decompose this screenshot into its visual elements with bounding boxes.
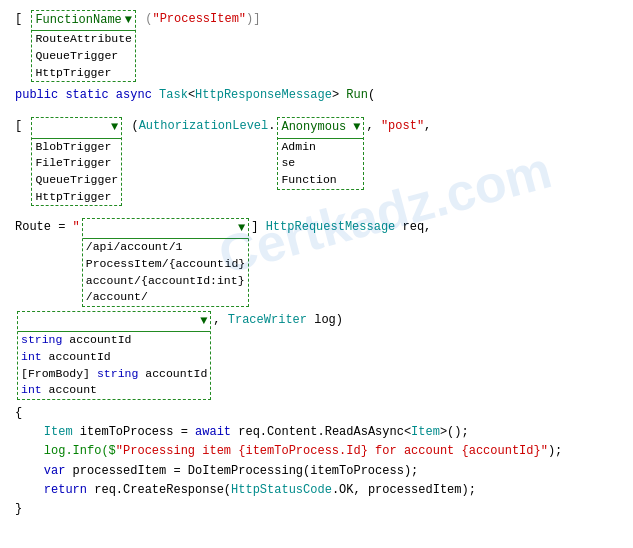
- body-line-3: var processedItem = DoItemProcessing(ite…: [15, 462, 618, 481]
- dd-accountid-item-4[interactable]: int account: [18, 382, 210, 399]
- section-1: [ FunctionName ▼ RouteAttribute QueueTri…: [15, 10, 618, 82]
- dd-accountid-item-2[interactable]: int accountId: [18, 349, 210, 366]
- dd-functionname-item-1[interactable]: RouteAttribute: [32, 31, 135, 48]
- dd-functionname[interactable]: FunctionName ▼ RouteAttribute QueueTrigg…: [31, 10, 136, 82]
- section-body: { Item itemToProcess = await req.Content…: [15, 404, 618, 519]
- dd-blobtrigger-item-1[interactable]: BlobTrigger: [32, 139, 121, 156]
- dd-accountid-arrow[interactable]: ▼: [200, 312, 207, 331]
- line-accountid-row: ▼ string accountId int accountId [FromBo…: [15, 311, 618, 400]
- line1-comment: ("ProcessItem")]: [138, 10, 260, 29]
- body-line-1: Item itemToProcess = await req.Content.R…: [15, 423, 618, 442]
- line-route-row: Route = " ▼ /api/account/1 ProcessItem/{…: [15, 218, 618, 307]
- dd-anonymous-header[interactable]: Anonymous ▼: [278, 118, 363, 138]
- dd-blobtrigger-item-2[interactable]: FileTrigger: [32, 155, 121, 172]
- line-1-row: [ FunctionName ▼ RouteAttribute QueueTri…: [15, 10, 618, 82]
- dd-blobtrigger-item-4[interactable]: HttpTrigger: [32, 189, 121, 206]
- body-line-2: log.Info($"Processing item {itemToProces…: [15, 442, 618, 461]
- tracewriter-text: , TraceWriter log): [213, 311, 343, 330]
- dd-functionname-arrow[interactable]: ▼: [125, 11, 132, 30]
- spacer-1: [15, 109, 618, 117]
- kw-static: static: [65, 86, 115, 105]
- generic-task: <HttpResponseMessage> Run(: [188, 86, 375, 105]
- bracket-open-3: [: [15, 117, 29, 136]
- post-text: , "post",: [366, 117, 431, 136]
- type-task: Task: [159, 86, 188, 105]
- dd-anonymous-item-1[interactable]: Admin: [278, 139, 363, 156]
- dd-blobtrigger[interactable]: ▼ BlobTrigger FileTrigger QueueTrigger H…: [31, 117, 122, 206]
- dd-blobtrigger-header[interactable]: ▼: [32, 118, 121, 138]
- section-2: public static async Task <HttpResponseMe…: [15, 86, 618, 105]
- body-brace-close: }: [15, 500, 618, 519]
- dd-route-item-2[interactable]: ProcessItem/{account id}: [83, 256, 248, 273]
- dd-anonymous-item-2[interactable]: se: [278, 155, 363, 172]
- section-5: ▼ string accountId int accountId [FromBo…: [15, 311, 618, 400]
- dd-anonymous[interactable]: Anonymous ▼ Admin se Function: [277, 117, 364, 189]
- kw-async: async: [116, 86, 159, 105]
- dd-functionname-header[interactable]: FunctionName ▼: [32, 11, 135, 31]
- kw-public: public: [15, 86, 65, 105]
- spacer-2: [15, 210, 618, 218]
- line-3-row: [ ▼ BlobTrigger FileTrigger QueueTrigger…: [15, 117, 618, 206]
- code-area: Certkadz.com [ FunctionName ▼ RouteAttri…: [0, 0, 633, 533]
- dd-anonymous-arrow[interactable]: ▼: [353, 118, 360, 137]
- dd-accountid[interactable]: ▼ string accountId int accountId [FromBo…: [17, 311, 211, 400]
- dd-route[interactable]: ▼ /api/account/1 ProcessItem/{account id…: [82, 218, 249, 307]
- dd-accountid-item-3[interactable]: [FromBody] string accountId: [18, 366, 210, 383]
- dd-route-arrow[interactable]: ▼: [238, 219, 245, 238]
- route-prefix: Route = ": [15, 218, 80, 237]
- section-4: Route = " ▼ /api/account/1 ProcessItem/{…: [15, 218, 618, 307]
- dd-route-item-3[interactable]: account/{accountId:int}: [83, 273, 248, 290]
- dd-functionname-item-2[interactable]: QueueTrigger: [32, 48, 135, 65]
- body-line-4: return req.CreateResponse(HttpStatusCode…: [15, 481, 618, 500]
- dd-route-header[interactable]: ▼: [83, 219, 248, 239]
- dd-functionname-item-3[interactable]: HttpTrigger: [32, 65, 135, 82]
- body-brace-open: {: [15, 404, 618, 423]
- dd-blobtrigger-item-3[interactable]: QueueTrigger: [32, 172, 121, 189]
- route-suffix: ] HttpRequestMessage req,: [251, 218, 431, 237]
- dd-route-item-1[interactable]: /api/account/1: [83, 239, 248, 256]
- dd-route-item-4[interactable]: /account/: [83, 289, 248, 306]
- line-public: public static async Task <HttpResponseMe…: [15, 86, 618, 105]
- dd-anonymous-item-3[interactable]: Function: [278, 172, 363, 189]
- dd-blobtrigger-arrow[interactable]: ▼: [111, 118, 118, 137]
- section-3: [ ▼ BlobTrigger FileTrigger QueueTrigger…: [15, 117, 618, 206]
- dd-anonymous-label: Anonymous: [281, 118, 346, 137]
- dd-functionname-label: FunctionName: [35, 11, 121, 30]
- authorizationlevel-text: (AuthorizationLevel.: [124, 117, 275, 136]
- bracket-open-1: [: [15, 10, 29, 29]
- dd-accountid-header[interactable]: ▼: [18, 312, 210, 332]
- dd-accountid-item-1[interactable]: string accountId: [18, 332, 210, 349]
